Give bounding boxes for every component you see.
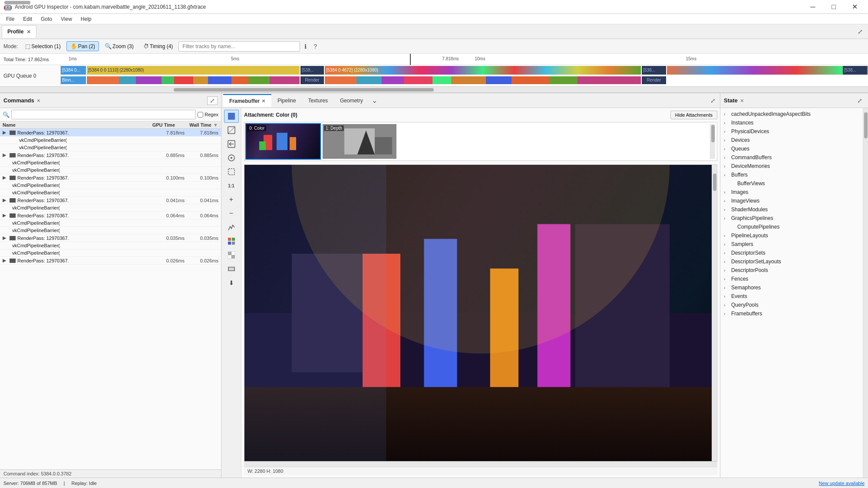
framebuffer-tab-close[interactable]: × — [262, 98, 265, 104]
profile-tab[interactable]: Profile × — [2, 25, 36, 38]
state-list-item[interactable]: ›Devices — [720, 136, 863, 144]
depth-thumbnail[interactable]: 1: Depth — [323, 124, 396, 159]
state-list-item[interactable]: ›ImageViews — [720, 197, 863, 205]
tab-geometry[interactable]: Geometry — [334, 95, 369, 106]
table-row[interactable]: vkCmdPipelineBarrier( — [0, 219, 221, 227]
timeline-scrollbar[interactable] — [0, 87, 868, 93]
table-row[interactable]: vkCmdPipelineBarrier( — [0, 167, 221, 174]
commands-close-button[interactable]: × — [37, 97, 40, 104]
table-row[interactable]: ▶ RenderPass: 12970367. 0.064ms 0.064ms — [0, 212, 221, 219]
state-list-item[interactable]: ›Queues — [720, 144, 863, 153]
framebuffer-image-area[interactable] — [244, 164, 717, 462]
zoom-tool[interactable] — [224, 138, 239, 151]
state-list-item[interactable]: ›Fences — [720, 275, 863, 283]
sub-block-1[interactable]: Binn... — [61, 76, 86, 84]
profile-tab-close[interactable]: × — [27, 28, 30, 35]
framebuffer-vertical-scroll[interactable] — [712, 165, 717, 461]
table-row[interactable]: vkCmdPipelineBarrier( — [0, 144, 221, 151]
track-block-4[interactable]: [538... — [642, 66, 666, 75]
table-row[interactable]: vkCmdPipelineBarrier( — [0, 159, 221, 167]
histogram-tool[interactable] — [224, 221, 239, 234]
circle-tool[interactable] — [224, 151, 239, 164]
menu-file[interactable]: File — [2, 15, 19, 23]
one-to-one-tool[interactable]: 1:1 — [224, 179, 239, 192]
table-row[interactable]: ▶ RenderPass: 12970367. 0.100ms 0.100ms — [0, 174, 221, 182]
track-content[interactable]: [5384 0... [5384 0 0 1110] (2280x1080) [… — [61, 65, 868, 86]
sub-blocks-row2[interactable] — [87, 76, 300, 84]
table-row[interactable]: ▶ RenderPass: 12970367. 7.818ms 7.818ms — [0, 129, 221, 137]
minimize-button[interactable]: ─ — [803, 0, 823, 14]
track-block-5[interactable]: [538... — [843, 66, 867, 75]
expand-arrow-icon[interactable]: ▶ — [3, 130, 10, 135]
state-list-item[interactable]: ›ShaderModules — [720, 205, 863, 214]
table-row[interactable]: vkCmdPipelineBarrier( — [0, 204, 221, 212]
state-expand-button[interactable]: ⤢ — [855, 97, 865, 105]
table-row[interactable]: vkCmdPipelineBarrier( — [0, 182, 221, 189]
hide-attachments-button[interactable]: Hide Attachments — [670, 111, 717, 119]
pan-mode-button[interactable]: ✋ Pan (2) — [66, 41, 99, 51]
tab-textures[interactable]: Textures — [302, 95, 334, 106]
framebuffer-expand-button[interactable]: ⤢ — [708, 96, 718, 105]
table-row[interactable]: vkCmdPipelineBarrier( — [0, 227, 221, 234]
framebuffer-horizontal-scroll[interactable] — [244, 462, 717, 467]
state-list-item[interactable]: ›CommandBuffers — [720, 153, 863, 162]
table-row[interactable]: vkCmdPipelineBarrier( — [0, 137, 221, 144]
table-row[interactable]: ▶ RenderPass: 12970367. 0.035ms 0.035ms — [0, 234, 221, 242]
track-block-multi[interactable]: [5384 0 4672] (2280x1080) — [325, 66, 641, 75]
state-list-item[interactable]: ›PipelineLayouts — [720, 231, 863, 240]
expand-arrow-icon[interactable]: ▶ — [3, 175, 10, 180]
expand-arrow-icon[interactable]: ▶ — [3, 152, 10, 158]
table-row[interactable]: ▶ RenderPass: 12970367. 0.041ms 0.041ms — [0, 197, 221, 204]
channel-tool[interactable] — [224, 235, 239, 248]
table-row[interactable]: ▶ RenderPass: 12970367. 0.885ms 0.885ms — [0, 151, 221, 159]
state-list-item[interactable]: ›cachedUnpackedImageAspectBits — [720, 110, 863, 118]
update-link[interactable]: New update available — [819, 481, 865, 486]
menu-edit[interactable]: Edit — [19, 15, 36, 23]
tab-framebuffer[interactable]: Framebuffer × — [223, 94, 271, 107]
save-tool[interactable]: ⬇ — [224, 276, 239, 289]
table-row[interactable]: ▶ RenderPass: 12970367. 0.026ms 0.026ms — [0, 257, 221, 265]
track-block-multi2[interactable] — [667, 66, 868, 75]
maximize-button[interactable]: □ — [824, 0, 844, 14]
expand-arrow-icon[interactable]: ▶ — [3, 213, 10, 218]
zoom-mode-button[interactable]: 🔍 Zoom (3) — [101, 41, 138, 51]
zoom-out-tool[interactable]: − — [224, 207, 239, 220]
state-list-item[interactable]: ›PhysicalDevices — [720, 127, 863, 136]
state-list-item[interactable]: ›Framebuffers — [720, 309, 863, 318]
color-thumbnail[interactable]: 0: Color — [246, 124, 320, 159]
timeline-scrollbar-thumb[interactable] — [174, 88, 434, 92]
table-row[interactable]: vkCmdPipelineBarrier( — [0, 242, 221, 249]
profile-expand-button[interactable]: ⤢ — [854, 26, 866, 37]
state-list-item[interactable]: ›Samplers — [720, 240, 863, 249]
state-list-item[interactable]: ›Images — [720, 188, 863, 197]
state-scrollbar[interactable] — [863, 108, 868, 478]
state-list-item[interactable]: ›QueryPools — [720, 301, 863, 309]
info-button[interactable]: ℹ — [302, 42, 309, 51]
state-close-button[interactable]: × — [740, 97, 744, 104]
zoom-in-tool[interactable]: + — [224, 193, 239, 206]
commands-expand-button[interactable]: ⤢ — [207, 96, 218, 105]
tab-pipeline[interactable]: Pipeline — [271, 95, 302, 106]
help-button[interactable]: ? — [311, 42, 320, 51]
selection-mode-button[interactable]: ⬚ Selection (1) — [21, 41, 64, 51]
state-list-item[interactable]: ›DescriptorPools — [720, 266, 863, 275]
state-list-item[interactable]: ComputePipelines — [720, 223, 863, 231]
state-list-item[interactable]: ›Events — [720, 292, 863, 301]
flip-tool[interactable] — [224, 262, 239, 275]
timing-mode-button[interactable]: ⏱ Timing (4) — [139, 41, 177, 51]
table-row[interactable]: vkCmdPipelineBarrier( — [0, 249, 221, 257]
track-block-3[interactable]: [538... — [300, 66, 324, 75]
expand-arrow-icon[interactable]: ▶ — [3, 197, 10, 203]
table-row[interactable]: vkCmdPipelineBarrier( — [0, 189, 221, 197]
expand-arrow-icon[interactable]: ▶ — [3, 235, 10, 241]
filter-input[interactable] — [178, 41, 300, 52]
state-list-item[interactable]: ›GraphicsPipelines — [720, 214, 863, 223]
command-search-input[interactable] — [11, 110, 196, 119]
menu-goto[interactable]: Goto — [36, 15, 56, 23]
track-block-2[interactable]: [5384 0 0 1110] (2280x1080) — [87, 66, 300, 75]
depth-attachment-tool[interactable] — [224, 124, 239, 137]
close-button[interactable]: ✕ — [845, 0, 865, 14]
state-list-item[interactable]: BufferViews — [720, 179, 863, 188]
color-attachment-tool[interactable] — [224, 110, 239, 123]
regex-checkbox[interactable] — [198, 112, 203, 118]
